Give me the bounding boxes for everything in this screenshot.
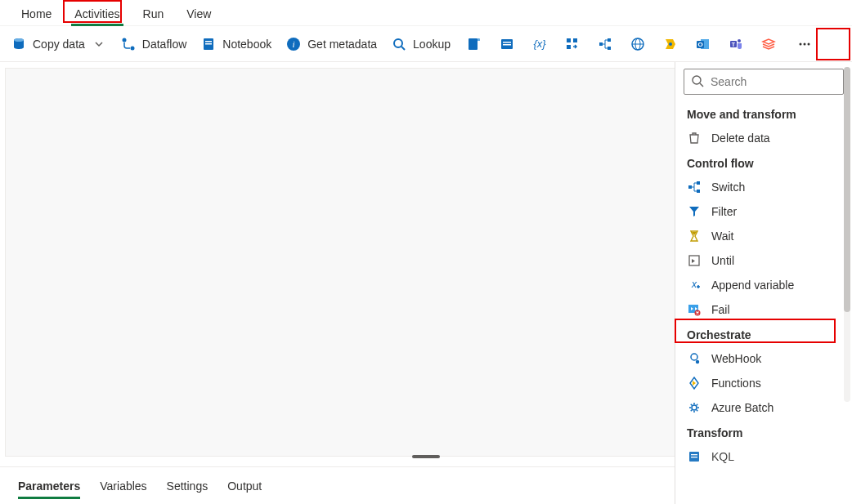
get-metadata-label: Get metadata bbox=[307, 38, 377, 51]
item-delete-data[interactable]: Delete data bbox=[675, 126, 852, 150]
item-azure-batch[interactable]: Azure Batch bbox=[675, 395, 852, 420]
svg-rect-34 bbox=[697, 181, 700, 185]
kql-icon bbox=[687, 449, 702, 464]
teams-button[interactable]: T bbox=[727, 37, 745, 51]
item-label: Switch bbox=[711, 181, 745, 194]
notebook-button[interactable]: Notebook bbox=[201, 37, 271, 51]
functions-icon bbox=[687, 376, 702, 390]
group-move-transform: Move and transform bbox=[675, 101, 852, 126]
item-label: KQL bbox=[711, 450, 734, 463]
fail-icon bbox=[687, 302, 702, 317]
group-control-flow: Control flow bbox=[675, 150, 852, 175]
svg-rect-14 bbox=[567, 38, 571, 42]
office365-button[interactable]: O bbox=[694, 37, 712, 51]
if-button[interactable] bbox=[596, 37, 614, 51]
svg-point-8 bbox=[394, 39, 402, 47]
search-input[interactable] bbox=[711, 75, 836, 88]
svg-point-0 bbox=[14, 38, 24, 42]
item-label: Functions bbox=[711, 377, 761, 390]
stored-procedure-button[interactable] bbox=[498, 37, 516, 51]
tab-settings[interactable]: Settings bbox=[167, 471, 209, 501]
svg-rect-12 bbox=[503, 44, 511, 46]
invoke-pipeline-icon bbox=[663, 37, 678, 51]
svg-point-40 bbox=[691, 354, 697, 360]
webhook-icon bbox=[687, 351, 702, 366]
switch-icon bbox=[687, 180, 702, 194]
tab-output[interactable]: Output bbox=[227, 471, 262, 501]
item-kql[interactable]: KQL bbox=[675, 444, 852, 469]
dataflow-button[interactable]: Dataflow bbox=[121, 37, 186, 51]
stored-procedure-icon bbox=[500, 37, 514, 51]
item-filter[interactable]: Filter bbox=[675, 199, 852, 224]
svg-rect-9 bbox=[469, 38, 478, 50]
copy-data-icon bbox=[11, 37, 26, 51]
svg-rect-44 bbox=[691, 454, 697, 455]
tab-home[interactable]: Home bbox=[10, 2, 63, 25]
tab-parameters[interactable]: Parameters bbox=[18, 471, 80, 501]
svg-point-30 bbox=[804, 42, 806, 45]
until-icon bbox=[687, 253, 702, 268]
svg-text:T: T bbox=[732, 41, 736, 47]
tab-run[interactable]: Run bbox=[132, 2, 176, 25]
svg-point-22 bbox=[669, 42, 672, 46]
web-button[interactable] bbox=[629, 37, 647, 51]
svg-point-1 bbox=[122, 38, 126, 42]
svg-point-29 bbox=[800, 42, 802, 45]
svg-rect-11 bbox=[503, 42, 511, 43]
panel-resize-handle[interactable] bbox=[412, 455, 440, 458]
item-append-variable[interactable]: x Append variable bbox=[675, 273, 852, 297]
outlook-icon: O bbox=[696, 37, 711, 51]
item-webhook[interactable]: WebHook bbox=[675, 346, 852, 371]
invoke-pipeline-button[interactable] bbox=[661, 37, 679, 51]
search-icon bbox=[691, 74, 704, 90]
group-orchestrate: Orchestrate bbox=[675, 322, 852, 346]
dataflow-label: Dataflow bbox=[142, 38, 186, 51]
item-wait[interactable]: Wait bbox=[675, 224, 852, 248]
item-label: Azure Batch bbox=[711, 401, 774, 414]
foreach-icon bbox=[565, 37, 580, 51]
gear-icon bbox=[687, 400, 702, 415]
hourglass-icon bbox=[687, 229, 702, 243]
notebook-icon bbox=[201, 37, 216, 51]
item-label: Fail bbox=[711, 303, 730, 316]
notebook-label: Notebook bbox=[222, 38, 271, 51]
tab-activities[interactable]: Activities bbox=[63, 2, 131, 25]
copy-data-label: Copy data bbox=[33, 38, 85, 51]
svg-point-31 bbox=[808, 42, 810, 45]
svg-rect-19 bbox=[608, 47, 611, 50]
databricks-button[interactable] bbox=[760, 37, 778, 51]
tab-view[interactable]: View bbox=[175, 2, 222, 25]
svg-rect-16 bbox=[567, 45, 571, 49]
dataflow-icon bbox=[121, 37, 136, 51]
svg-rect-17 bbox=[599, 42, 603, 46]
svg-text:i: i bbox=[293, 39, 295, 49]
lookup-button[interactable]: Lookup bbox=[392, 37, 451, 51]
filter-icon bbox=[687, 204, 702, 219]
tab-variables[interactable]: Variables bbox=[100, 471, 146, 501]
svg-point-28 bbox=[738, 39, 741, 42]
trash-icon bbox=[687, 131, 702, 145]
item-label: WebHook bbox=[711, 352, 761, 365]
top-tabs: Home Activities Run View bbox=[0, 0, 852, 26]
ellipsis-icon bbox=[797, 37, 812, 51]
item-label: Filter bbox=[711, 205, 737, 218]
get-metadata-button[interactable]: i Get metadata bbox=[286, 37, 377, 51]
copy-data-button[interactable]: Copy data bbox=[11, 37, 106, 51]
variable-icon: {x} bbox=[532, 37, 547, 51]
set-variable-button[interactable]: {x} bbox=[531, 37, 549, 51]
svg-rect-4 bbox=[205, 41, 212, 42]
item-functions[interactable]: Functions bbox=[675, 371, 852, 395]
item-fail[interactable]: Fail bbox=[675, 297, 852, 322]
svg-rect-15 bbox=[573, 38, 577, 42]
item-switch[interactable]: Switch bbox=[675, 175, 852, 199]
script-button[interactable] bbox=[465, 37, 483, 51]
svg-text:O: O bbox=[697, 41, 702, 48]
foreach-button[interactable] bbox=[563, 37, 581, 51]
search-box[interactable] bbox=[684, 69, 844, 95]
more-button[interactable] bbox=[796, 37, 814, 51]
append-variable-icon: x bbox=[687, 278, 702, 292]
dropdown-scrollbar[interactable] bbox=[844, 67, 850, 402]
svg-rect-5 bbox=[205, 43, 212, 45]
item-until[interactable]: Until bbox=[675, 248, 852, 273]
scrollbar-thumb[interactable] bbox=[844, 67, 850, 312]
